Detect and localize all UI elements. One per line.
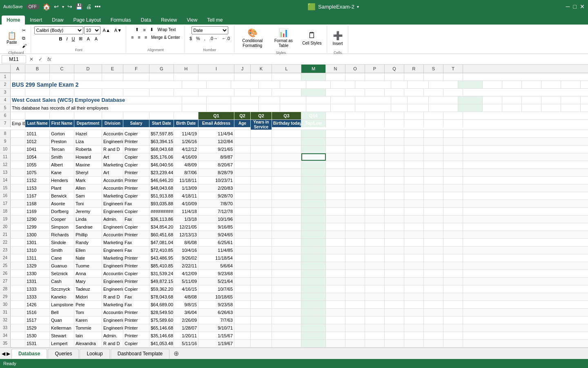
cell[interactable] [404,262,424,269]
cell[interactable]: Emp ID [11,120,25,127]
cell[interactable]: Engineering [102,324,123,332]
cell[interactable] [251,270,272,277]
cell[interactable] [365,112,385,119]
cell[interactable] [174,89,198,96]
cell[interactable] [25,112,50,119]
col-header-P[interactable]: P [365,65,385,73]
cell[interactable]: Tommie [74,324,102,332]
cell[interactable] [365,254,385,262]
cell[interactable] [345,247,365,254]
col-header-C[interactable]: C [50,65,74,73]
cell[interactable] [429,81,458,88]
cell[interactable] [424,309,443,316]
cell[interactable]: Admin. [102,215,123,223]
cell[interactable] [443,340,463,347]
cell[interactable] [326,146,345,153]
cell[interactable] [483,96,502,104]
filename-dropdown[interactable]: ▾ [357,4,359,9]
cell[interactable] [424,146,443,153]
cell[interactable] [11,316,25,324]
cell[interactable] [272,309,301,316]
cell[interactable] [234,301,251,308]
cell[interactable] [272,254,301,262]
cell[interactable]: Quan [50,316,74,324]
cell[interactable] [272,184,301,192]
number-format-select[interactable]: Date [192,26,228,34]
cell[interactable] [385,254,404,262]
cell[interactable] [424,153,443,161]
cell[interactable]: Engineering [102,138,123,145]
col-header-F[interactable]: F [123,65,149,73]
cell[interactable] [234,223,251,231]
cell[interactable] [424,293,443,301]
cell[interactable] [443,184,463,192]
cell[interactable]: Q14 [301,112,326,119]
cell[interactable] [207,81,231,88]
cell[interactable] [301,153,326,161]
cell[interactable] [11,293,25,301]
cell[interactable] [251,192,272,200]
cell[interactable] [443,120,463,127]
cell[interactable]: R and D [102,340,123,347]
cell[interactable] [424,177,443,184]
cell[interactable] [365,270,385,277]
cell[interactable] [385,270,404,277]
cell[interactable] [234,293,251,301]
cell[interactable] [149,73,174,81]
col-header-A[interactable]: A [11,65,25,73]
cell[interactable]: $34,854.20 [149,223,174,231]
cell[interactable] [391,104,408,112]
cell[interactable]: Printer [123,138,149,145]
cell[interactable] [251,231,272,238]
cell[interactable] [385,138,404,145]
cell[interactable]: Engineering [102,262,123,269]
cell[interactable]: Copier [123,130,149,137]
cell[interactable] [385,340,404,347]
cell[interactable] [443,316,463,324]
cell[interactable]: 10/1/96 [198,215,234,223]
cell[interactable] [385,262,404,269]
cell[interactable] [365,138,385,145]
percent-btn[interactable]: % [194,35,202,42]
col-header-E[interactable]: E [102,65,123,73]
cell[interactable] [326,309,345,316]
cell[interactable]: 2/22/11 [174,262,198,269]
cell[interactable] [443,153,463,161]
cell[interactable] [404,301,424,308]
cell[interactable] [301,200,326,207]
cell[interactable]: Albert [50,161,74,168]
cell[interactable]: $51,913.88 [149,192,174,200]
cell[interactable] [326,231,345,238]
cell[interactable] [443,192,463,200]
col-header-N[interactable]: N [326,65,345,73]
cell[interactable]: 5/11/09 [174,278,198,285]
cell[interactable]: Fax [123,200,149,207]
cell[interactable]: Karen [74,316,102,324]
cell[interactable] [424,215,443,223]
cell[interactable] [365,215,385,223]
cell[interactable] [11,200,25,207]
cell[interactable] [391,81,408,88]
maximize-btn[interactable]: □ [573,3,577,10]
cell[interactable] [234,270,251,277]
cell[interactable]: 1168 [25,200,50,207]
cell[interactable] [365,278,385,285]
cell[interactable]: 1167 [25,192,50,200]
formula-input[interactable] [54,55,586,63]
cell[interactable] [404,120,424,127]
cell[interactable]: $85,410.85 [149,262,174,269]
cell[interactable] [385,130,404,137]
print-icon[interactable]: 🖨 [86,3,91,10]
cell[interactable]: 8/28/79 [198,169,234,176]
cell[interactable] [272,262,301,269]
cell[interactable]: First Name [50,120,74,127]
cell[interactable] [345,146,365,153]
cell[interactable] [326,285,345,293]
cell[interactable]: Marketing [102,301,123,308]
cell[interactable] [301,316,326,324]
cell[interactable]: Sheryl [74,169,102,176]
cell[interactable]: Fax [123,215,149,223]
cell[interactable] [345,200,365,207]
cell[interactable] [424,89,443,96]
cell[interactable] [385,153,404,161]
